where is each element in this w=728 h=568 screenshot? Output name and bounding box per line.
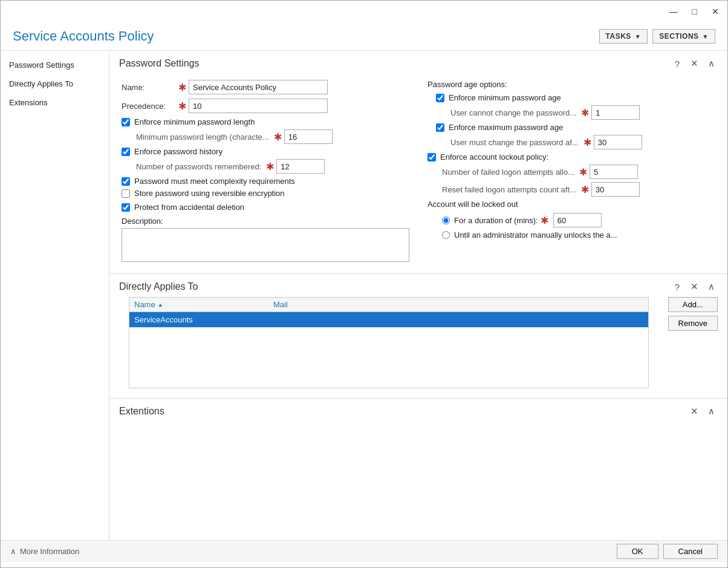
dat-col-mail-header[interactable]: Mail — [273, 300, 364, 309]
pw-age-label-row: Password age options: — [427, 80, 715, 89]
password-settings-collapse-icon[interactable]: ∧ — [704, 57, 718, 70]
dat-close-icon[interactable]: ✕ — [687, 280, 701, 293]
enforce-max-age-checkbox[interactable] — [436, 123, 444, 132]
more-info-area[interactable]: ∧ More Information — [10, 547, 79, 556]
min-age-sub-label: User cannot change the password... — [450, 108, 576, 117]
dat-side-buttons: Add... Remove — [658, 297, 727, 388]
extentions-icons: ✕ ∧ — [687, 405, 718, 418]
min-length-sub-label: Minimum password length (characte... — [136, 132, 269, 142]
header-buttons: TASKS ▼ SECTIONS ▼ — [599, 29, 715, 44]
name-required-star: ✱ — [178, 82, 186, 93]
failed-star: ✱ — [579, 166, 587, 178]
app-header: Service Accounts Policy TASKS ▼ SECTIONS… — [1, 22, 727, 51]
dat-empty-area — [129, 327, 648, 388]
sidebar-item-password-settings[interactable]: Password Settings — [1, 56, 109, 74]
sections-button[interactable]: SECTIONS ▼ — [652, 29, 715, 44]
min-age-input[interactable] — [591, 105, 640, 120]
reversible-label: Store password using reversible encrypti… — [134, 189, 285, 198]
reset-star: ✱ — [581, 184, 589, 195]
ext-collapse-icon[interactable]: ∧ — [704, 405, 718, 418]
enforce-lockout-label: Enforce account lockout policy: — [440, 152, 548, 162]
add-button[interactable]: Add... — [668, 297, 718, 312]
failed-attempts-input[interactable] — [590, 165, 638, 179]
dat-col-name-header[interactable]: Name — [134, 300, 273, 309]
duration-input[interactable] — [553, 213, 602, 227]
cancel-button[interactable]: Cancel — [663, 544, 718, 559]
password-settings-help-icon[interactable]: ? — [671, 57, 684, 70]
ext-close-icon[interactable]: ✕ — [687, 405, 701, 418]
maximize-button[interactable]: □ — [690, 5, 700, 18]
name-label: Name: — [122, 83, 176, 92]
locked-out-row: Account will be locked out — [427, 200, 715, 209]
password-settings-section: Password Settings ? ✕ ∧ Name: ✱ — [109, 51, 727, 274]
until-admin-radio-row: Until an administrator manually unlocks … — [442, 230, 715, 240]
minimize-button[interactable]: — — [667, 5, 680, 18]
enforce-history-checkbox[interactable] — [122, 148, 130, 156]
min-length-input[interactable] — [284, 129, 333, 144]
extentions-section: Extentions ✕ ∧ — [109, 399, 727, 422]
max-age-sub-row: User must change the password af... ✱ — [450, 135, 715, 149]
num-passwords-input[interactable] — [276, 159, 325, 174]
duration-radio[interactable] — [442, 217, 450, 224]
ok-button[interactable]: OK — [617, 544, 658, 559]
dat-outer: Name Mail ServiceAccounts Add... Remove — [109, 297, 727, 398]
enforce-min-length-checkbox[interactable] — [122, 118, 130, 126]
precedence-input[interactable] — [189, 99, 328, 113]
password-settings-left: Name: ✱ Precedence: ✱ — [122, 80, 409, 264]
enforce-max-age-label: Enforce maximum password age — [449, 123, 563, 132]
description-textarea[interactable] — [122, 228, 409, 262]
reversible-checkbox[interactable] — [122, 189, 130, 198]
min-age-sub-row: User cannot change the password... ✱ — [450, 105, 715, 120]
complexity-label: Password must meet complexity requiremen… — [134, 177, 295, 186]
max-age-input[interactable] — [594, 135, 642, 149]
dat-table-container: Name Mail ServiceAccounts — [129, 297, 649, 388]
reset-failed-sub-row: Reset failed logon attempts count aft...… — [442, 182, 715, 197]
num-passwords-sub-label: Number of passwords remembered: — [136, 162, 261, 171]
directly-applies-to-icons: ? ✕ ∧ — [671, 280, 718, 293]
dat-row-name-cell: ServiceAccounts — [134, 315, 273, 324]
enforce-lockout-checkbox[interactable] — [427, 153, 436, 162]
password-settings-title: Password Settings — [119, 58, 200, 69]
app-title: Service Accounts Policy — [13, 28, 154, 44]
password-settings-header: Password Settings ? ✕ ∧ — [109, 51, 727, 74]
enforce-lockout-row: Enforce account lockout policy: — [427, 152, 715, 162]
until-admin-radio[interactable] — [442, 231, 450, 239]
protect-deletion-row: Protect from accidental deletion — [122, 203, 409, 212]
sidebar: Password Settings Directly Applies To Ex… — [1, 51, 109, 540]
reset-failed-input[interactable] — [591, 182, 640, 197]
dat-collapse-icon[interactable]: ∧ — [704, 280, 718, 293]
duration-radio-row: For a duration of (mins): ✱ — [442, 213, 715, 227]
locked-out-label: Account will be locked out — [427, 200, 518, 209]
enforce-history-label: Enforce password history — [134, 147, 223, 156]
dat-row[interactable]: ServiceAccounts — [129, 312, 648, 327]
precedence-required-star: ✱ — [178, 100, 186, 112]
sidebar-item-extensions[interactable]: Extensions — [1, 93, 109, 112]
num-passwords-star: ✱ — [266, 161, 274, 172]
close-button[interactable]: ✕ — [709, 5, 721, 18]
max-age-sub-label: User must change the password af... — [450, 138, 579, 147]
duration-radio-label: For a duration of (mins): — [454, 216, 538, 225]
reset-failed-sub-label: Reset failed logon attempts count aft... — [442, 185, 576, 194]
password-settings-close-icon[interactable]: ✕ — [687, 57, 701, 70]
pw-age-label: Password age options: — [427, 80, 507, 89]
password-settings-icons: ? ✕ ∧ — [671, 57, 718, 70]
more-info-icon: ∧ — [10, 547, 16, 556]
enforce-min-age-checkbox[interactable] — [436, 94, 444, 102]
precedence-row: Precedence: ✱ — [122, 99, 409, 113]
enforce-min-age-row: Enforce minimum password age — [436, 93, 715, 102]
num-passwords-sub-row: Number of passwords remembered: ✱ — [136, 159, 409, 174]
protect-deletion-checkbox[interactable] — [122, 203, 130, 212]
directly-applies-to-header: Directly Applies To ? ✕ ∧ — [109, 274, 727, 297]
enforce-min-age-label: Enforce minimum password age — [449, 93, 561, 102]
extentions-header: Extentions ✕ ∧ — [109, 399, 727, 422]
sidebar-item-directly-applies-to[interactable]: Directly Applies To — [1, 74, 109, 93]
failed-attempts-sub-row: Number of failed logon attempts allo... … — [442, 165, 715, 179]
name-input[interactable] — [189, 80, 328, 94]
remove-button[interactable]: Remove — [668, 316, 718, 331]
reversible-row: Store password using reversible encrypti… — [122, 189, 409, 198]
tasks-button[interactable]: TASKS ▼ — [599, 29, 648, 44]
complexity-checkbox[interactable] — [122, 177, 130, 186]
enforce-min-length-label: Enforce minimum password length — [134, 117, 255, 126]
main-layout: Password Settings Directly Applies To Ex… — [1, 51, 727, 540]
dat-help-icon[interactable]: ? — [671, 280, 684, 293]
